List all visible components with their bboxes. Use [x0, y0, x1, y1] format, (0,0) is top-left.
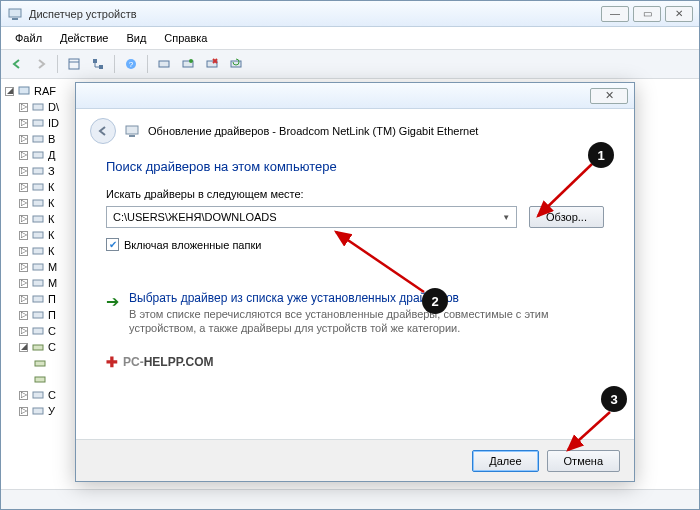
tree-item[interactable]: ▷В: [3, 131, 69, 147]
expand-icon[interactable]: ▷: [19, 391, 28, 400]
tree-item[interactable]: ▷С: [3, 323, 69, 339]
pick-driver-link[interactable]: ➔ Выбрать драйвер из списка уже установл…: [106, 291, 604, 336]
path-combobox[interactable]: C:\USERS\ЖЕНЯ\DOWNLOADS ▼: [106, 206, 517, 228]
menu-help[interactable]: Справка: [156, 30, 215, 46]
toolbar-refresh-icon[interactable]: [225, 53, 247, 75]
tree-network-item[interactable]: [3, 355, 69, 371]
toolbar-forward-icon[interactable]: [30, 53, 52, 75]
tree-item[interactable]: ▷С: [3, 387, 69, 403]
svg-rect-16: [33, 104, 43, 110]
dialog-body: Поиск драйверов на этом компьютере Искат…: [76, 153, 634, 439]
tree-item[interactable]: ▷Д: [3, 147, 69, 163]
dialog-close-button[interactable]: ✕: [590, 88, 628, 104]
collapse-icon[interactable]: ◢: [5, 87, 14, 96]
include-subfolders-checkbox[interactable]: ✔: [106, 238, 119, 251]
tree-item[interactable]: ▷ID: [3, 115, 69, 131]
browse-button[interactable]: Обзор...: [529, 206, 604, 228]
driver-update-dialog: ✕ Обновление драйверов - Broadcom NetLin…: [75, 82, 635, 482]
svg-rect-4: [93, 59, 97, 63]
tree-item[interactable]: ▷З: [3, 163, 69, 179]
svg-text:?: ?: [129, 60, 134, 69]
tree-item[interactable]: ▷D\: [3, 99, 69, 115]
expand-icon[interactable]: ▷: [19, 119, 28, 128]
toolbar-scan-icon[interactable]: [153, 53, 175, 75]
expand-icon[interactable]: ▷: [19, 215, 28, 224]
dropdown-icon[interactable]: ▼: [502, 213, 510, 222]
svg-rect-20: [33, 168, 43, 174]
minimize-button[interactable]: —: [601, 6, 629, 22]
device-category-icon: [31, 276, 45, 290]
svg-rect-24: [33, 232, 43, 238]
menu-file[interactable]: Файл: [7, 30, 50, 46]
tree-item[interactable]: ▷М: [3, 275, 69, 291]
expand-icon[interactable]: ▷: [19, 183, 28, 192]
toolbar: ?: [1, 50, 699, 79]
expand-icon[interactable]: ▷: [19, 199, 28, 208]
tree-item[interactable]: ▷К: [3, 211, 69, 227]
expand-icon[interactable]: ▷: [19, 231, 28, 240]
expand-icon[interactable]: ▷: [19, 327, 28, 336]
tree-item[interactable]: ▷П: [3, 291, 69, 307]
tree-item[interactable]: ▷К: [3, 227, 69, 243]
toolbar-view-icon[interactable]: [63, 53, 85, 75]
dialog-footer: Далее Отмена: [76, 439, 634, 481]
expand-icon[interactable]: ▷: [19, 103, 28, 112]
device-category-icon: [31, 292, 45, 306]
svg-rect-15: [19, 87, 29, 94]
svg-rect-8: [159, 61, 169, 67]
expand-icon[interactable]: ▷: [19, 151, 28, 160]
device-category-icon: [31, 324, 45, 338]
tree-network-item[interactable]: [3, 371, 69, 387]
tree-root[interactable]: ◢ RAF: [3, 83, 69, 99]
toolbar-tree-icon[interactable]: [87, 53, 109, 75]
tree-item[interactable]: ▷М: [3, 259, 69, 275]
toolbar-back-icon[interactable]: [6, 53, 28, 75]
expand-icon[interactable]: ▷: [19, 279, 28, 288]
back-button[interactable]: [90, 118, 116, 144]
annotation-3: 3: [601, 386, 627, 412]
expand-icon[interactable]: ▷: [19, 247, 28, 256]
svg-rect-19: [33, 152, 43, 158]
maximize-button[interactable]: ▭: [633, 6, 661, 22]
svg-rect-28: [33, 296, 43, 302]
path-value: C:\USERS\ЖЕНЯ\DOWNLOADS: [113, 211, 502, 223]
svg-rect-25: [33, 248, 43, 254]
expand-icon[interactable]: ▷: [19, 263, 28, 272]
cancel-button[interactable]: Отмена: [547, 450, 620, 472]
device-category-icon: [31, 308, 45, 322]
tree-network-adapters[interactable]: ◢ С: [3, 339, 69, 355]
watermark: ✚ PC-HELPP.COM: [106, 354, 604, 370]
collapse-icon[interactable]: ◢: [19, 343, 28, 352]
expand-icon[interactable]: ▷: [19, 167, 28, 176]
svg-rect-32: [35, 361, 45, 366]
device-category-icon: [31, 148, 45, 162]
device-icon: [124, 123, 140, 139]
expand-icon[interactable]: ▷: [19, 135, 28, 144]
tree-item[interactable]: ▷П: [3, 307, 69, 323]
toolbar-help-icon[interactable]: ?: [120, 53, 142, 75]
dialog-header-text: Обновление драйверов - Broadcom NetLink …: [148, 125, 478, 137]
toolbar-uninstall-icon[interactable]: [201, 53, 223, 75]
device-category-icon: [31, 116, 45, 130]
svg-rect-23: [33, 216, 43, 222]
close-button[interactable]: ✕: [665, 6, 693, 22]
tree-item[interactable]: ▷К: [3, 179, 69, 195]
tree-item[interactable]: ▷К: [3, 195, 69, 211]
device-category-icon: [31, 244, 45, 258]
tree-item[interactable]: ▷У: [3, 403, 69, 419]
expand-icon[interactable]: ▷: [19, 311, 28, 320]
expand-icon[interactable]: ▷: [19, 295, 28, 304]
expand-icon[interactable]: ▷: [19, 407, 28, 416]
svg-rect-22: [33, 200, 43, 206]
device-category-icon: [31, 180, 45, 194]
svg-rect-36: [126, 126, 138, 134]
next-button[interactable]: Далее: [472, 450, 538, 472]
menu-view[interactable]: Вид: [118, 30, 154, 46]
menu-action[interactable]: Действие: [52, 30, 116, 46]
tree-item[interactable]: ▷К: [3, 243, 69, 259]
toolbar-update-icon[interactable]: [177, 53, 199, 75]
device-tree[interactable]: ◢ RAF ▷D\▷ID▷В▷Д▷З▷К▷К▷К▷К▷К▷М▷М▷П▷П▷С ◢…: [1, 79, 71, 489]
svg-rect-34: [33, 392, 43, 398]
svg-rect-18: [33, 136, 43, 142]
svg-rect-0: [9, 9, 21, 17]
